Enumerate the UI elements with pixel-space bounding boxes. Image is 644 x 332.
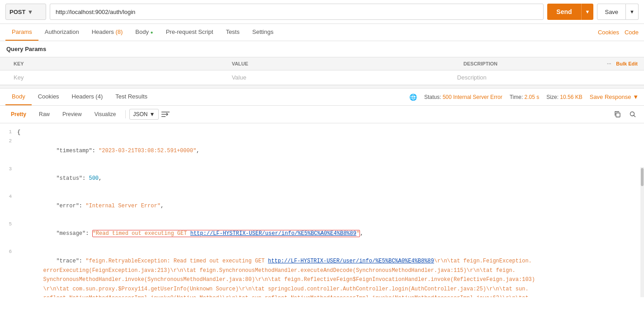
- tab-tests[interactable]: Tests: [219, 24, 246, 41]
- tabs-right-actions: Cookies Code: [598, 29, 639, 36]
- tab-headers[interactable]: Headers (8): [85, 24, 129, 41]
- format-divider: [125, 110, 126, 118]
- col-value-header: VALUE: [232, 61, 248, 66]
- scrollbar[interactable]: [640, 167, 644, 297]
- search-icon[interactable]: [627, 108, 639, 120]
- json-line-6: 6 "trace": "feign.RetryableException: Re…: [0, 248, 644, 297]
- json-line-1: 1 {: [0, 128, 644, 137]
- params-table: KEY VALUE DESCRIPTION ··· Bulk Edit Key …: [0, 57, 644, 85]
- format-tab-preview[interactable]: Preview: [57, 109, 87, 120]
- save-button[interactable]: Save: [597, 4, 626, 20]
- response-tabs-bar: Body Cookies Headers (4) Test Results 🌐 …: [0, 89, 644, 106]
- json-line-3: 3 "status": 500,: [0, 165, 644, 192]
- size-value: 10.56 KB: [560, 94, 582, 100]
- method-selector[interactable]: POST ▼: [5, 4, 46, 20]
- json-viewer: 1 { 2 "timestamp": "2023-03-21T03:08:52.…: [0, 123, 644, 297]
- svg-line-5: [634, 116, 636, 117]
- tab-pre-request[interactable]: Pre-request Script: [160, 24, 220, 41]
- format-tab-raw[interactable]: Raw: [33, 109, 55, 120]
- desc-placeholder[interactable]: Description: [457, 74, 487, 81]
- send-button-group: Send ▼: [547, 4, 593, 20]
- save-button-group: Save ▼: [597, 4, 639, 20]
- format-right-icons: [611, 108, 639, 120]
- tab-settings[interactable]: Settings: [246, 24, 280, 41]
- request-tabs-bar: Params Authorization Headers (8) Body ● …: [0, 24, 644, 41]
- save-dropdown[interactable]: ▼: [626, 4, 639, 20]
- response-tab-headers[interactable]: Headers (4): [66, 89, 109, 105]
- globe-icon[interactable]: 🌐: [409, 94, 417, 101]
- size-text: Size: 10.56 KB: [546, 94, 582, 100]
- time-value: 2.05 s: [525, 94, 540, 100]
- url-input[interactable]: [50, 4, 544, 20]
- col-desc-header: DESCRIPTION: [464, 61, 497, 66]
- svg-point-4: [630, 112, 635, 116]
- section-divider: [0, 85, 644, 89]
- response-status-bar: 🌐 Status: 500 Internal Server Error Time…: [409, 94, 639, 101]
- format-type-select[interactable]: JSON ▼: [129, 109, 159, 120]
- format-tab-visualize[interactable]: Visualize: [89, 109, 122, 120]
- send-dropdown[interactable]: ▼: [581, 4, 594, 20]
- key-placeholder[interactable]: Key: [14, 74, 24, 81]
- tab-body[interactable]: Body ●: [129, 24, 159, 41]
- method-label: POST: [9, 9, 25, 15]
- col-key-header: KEY: [14, 61, 24, 66]
- format-tab-pretty[interactable]: Pretty: [5, 109, 32, 120]
- value-placeholder[interactable]: Value: [232, 74, 246, 81]
- time-text: Time: 2.05 s: [510, 94, 540, 100]
- tab-params[interactable]: Params: [5, 24, 38, 41]
- method-chevron: ▼: [27, 9, 33, 15]
- cookies-link[interactable]: Cookies: [598, 29, 619, 36]
- json-line-2: 2 "timestamp": "2023-03-21T03:08:52.591+…: [0, 137, 644, 164]
- response-tab-cookies[interactable]: Cookies: [32, 89, 66, 105]
- save-response-button[interactable]: Save Response ▼: [590, 94, 639, 100]
- table-row: Key Value Description: [0, 70, 644, 85]
- send-button[interactable]: Send: [547, 4, 581, 20]
- format-bar: Pretty Raw Preview Visualize JSON ▼: [0, 106, 644, 123]
- scroll-thumb: [641, 168, 644, 186]
- response-tab-test-results[interactable]: Test Results: [109, 89, 154, 105]
- bulk-edit-button[interactable]: Bulk Edit: [616, 61, 638, 66]
- word-wrap-icon[interactable]: [161, 109, 170, 119]
- body-dot: ●: [151, 30, 153, 35]
- status-text: Status: 500 Internal Server Error: [424, 94, 502, 100]
- json-line-5: 5 "message": "Read timed out executing G…: [0, 220, 644, 248]
- json-line-4: 4 "error": "Internal Server Error",: [0, 192, 644, 220]
- three-dots-icon[interactable]: ···: [607, 61, 611, 66]
- tab-authorization[interactable]: Authorization: [38, 24, 85, 41]
- code-link[interactable]: Code: [625, 29, 639, 36]
- top-bar: POST ▼ Send ▼ Save ▼: [0, 0, 644, 24]
- status-code: 500 Internal Server Error: [443, 94, 502, 100]
- svg-rect-3: [616, 113, 620, 117]
- response-tab-body[interactable]: Body: [5, 89, 32, 105]
- copy-icon[interactable]: [611, 108, 623, 120]
- query-params-header: Query Params: [0, 41, 644, 57]
